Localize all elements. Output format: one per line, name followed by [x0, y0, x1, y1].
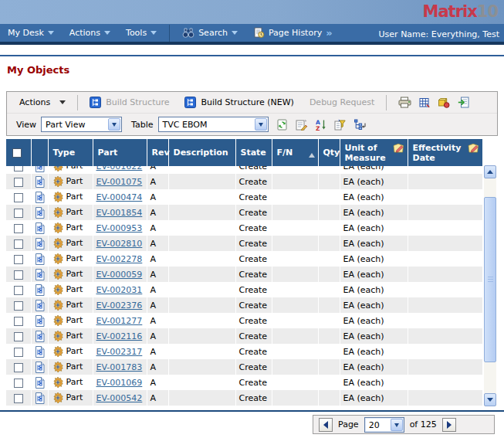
row-select-cell — [6, 205, 31, 220]
part-link[interactable]: EV-002810 — [96, 239, 143, 249]
structure-compare-icon[interactable] — [353, 119, 367, 131]
row-checkbox[interactable] — [14, 332, 23, 341]
header-part[interactable]: Part — [93, 139, 147, 166]
sort-az-icon[interactable]: AZ — [316, 119, 326, 131]
document-details-icon[interactable] — [35, 207, 45, 219]
document-details-icon[interactable] — [35, 284, 45, 296]
sort-ascending-icon[interactable] — [309, 150, 315, 158]
document-details-icon[interactable] — [35, 300, 45, 311]
debug-request-button[interactable]: Debug Request — [302, 97, 382, 107]
next-page-button[interactable] — [442, 418, 456, 432]
row-checkbox[interactable] — [14, 209, 23, 218]
header-state[interactable]: State — [235, 139, 272, 166]
row-checkbox[interactable] — [14, 363, 23, 372]
row-part-cell: EV-001277 — [93, 313, 147, 328]
row-effectivity — [408, 282, 482, 297]
row-checkbox[interactable] — [14, 193, 23, 202]
document-details-icon[interactable] — [35, 166, 45, 172]
part-link[interactable]: EV-000474 — [96, 192, 143, 202]
document-details-icon[interactable] — [35, 315, 45, 327]
filter-funnel-icon[interactable] — [334, 119, 346, 131]
header-qty[interactable]: Qty — [318, 139, 340, 166]
part-link[interactable]: EV-000542 — [96, 393, 143, 403]
row-doc-cell — [31, 313, 48, 328]
header-fn[interactable]: F/N — [272, 139, 318, 166]
scrollbar-thumb[interactable] — [484, 197, 496, 362]
part-link[interactable]: EV-002376 — [96, 300, 143, 311]
row-checkbox[interactable] — [14, 286, 23, 295]
part-link[interactable]: EV-002116 — [96, 331, 143, 341]
document-details-icon[interactable] — [35, 362, 45, 373]
view-select[interactable]: Part View — [41, 117, 122, 132]
part-gear-icon — [52, 376, 64, 389]
part-link[interactable]: EV-000953 — [96, 223, 143, 233]
vertical-scrollbar[interactable] — [484, 165, 496, 406]
document-details-icon[interactable] — [35, 269, 45, 280]
document-details-icon[interactable] — [35, 238, 45, 250]
objects-cube-sphere-icon[interactable] — [438, 97, 450, 108]
row-checkbox[interactable] — [14, 379, 23, 388]
nav-page-history[interactable]: Page History » — [245, 27, 340, 39]
part-link[interactable]: EV-001854 — [96, 208, 143, 218]
page-number-select[interactable]: 20 — [364, 417, 404, 433]
edit-column-icon[interactable] — [468, 143, 479, 153]
document-details-icon[interactable] — [35, 392, 45, 404]
nav-search[interactable]: Search — [174, 28, 245, 38]
table-select[interactable]: TVC EBOM — [158, 117, 269, 132]
row-checkbox[interactable] — [14, 348, 23, 357]
row-checkbox[interactable] — [14, 178, 23, 187]
header-rev[interactable]: Rev — [147, 139, 168, 166]
row-checkbox[interactable] — [14, 255, 23, 264]
nav-my-desk[interactable]: My Desk — [0, 28, 62, 38]
actions-menu-button[interactable]: Actions — [12, 97, 73, 107]
previous-page-button[interactable] — [319, 418, 333, 432]
row-checkbox[interactable] — [14, 301, 23, 311]
build-structure-button[interactable]: Build Structure — [82, 97, 177, 108]
document-details-icon[interactable] — [35, 253, 45, 265]
row-checkbox[interactable] — [14, 394, 23, 403]
build-structure-new-button[interactable]: Build Structure (NEW) — [177, 97, 301, 108]
header-type[interactable]: Type — [48, 139, 93, 166]
header-description[interactable]: Description — [168, 139, 235, 166]
edit-table-icon[interactable] — [296, 119, 308, 131]
scroll-down-button[interactable] — [484, 393, 496, 406]
row-type: Part — [66, 222, 83, 233]
row-checkbox[interactable] — [14, 166, 23, 171]
table-grid-icon[interactable] — [419, 97, 430, 108]
header-effectivity[interactable]: Effectivity Date — [408, 139, 482, 166]
edit-column-icon[interactable] — [393, 143, 404, 153]
row-checkbox[interactable] — [14, 270, 23, 280]
part-link[interactable]: EV-001075 — [96, 177, 143, 187]
document-details-icon[interactable] — [35, 331, 45, 342]
nav-more-chevrons[interactable]: » — [326, 27, 331, 39]
select-all-checkbox[interactable] — [12, 148, 22, 158]
part-link[interactable]: EV-001277 — [96, 316, 143, 326]
nav-actions[interactable]: Actions — [62, 28, 118, 38]
document-details-icon[interactable] — [35, 346, 45, 358]
nav-tools[interactable]: Tools — [118, 28, 164, 38]
document-details-icon[interactable] — [35, 377, 45, 389]
part-link[interactable]: EV-000059 — [96, 270, 143, 280]
document-details-icon[interactable] — [35, 192, 45, 203]
part-gear-icon — [52, 284, 64, 296]
row-part-cell: EV-002031 — [93, 282, 147, 297]
row-checkbox[interactable] — [14, 239, 23, 249]
row-checkbox[interactable] — [14, 224, 23, 233]
document-details-icon[interactable] — [35, 176, 45, 188]
document-details-icon[interactable] — [35, 222, 45, 234]
header-uom[interactable]: Unit of Measure — [340, 139, 408, 166]
part-link[interactable]: EV-001622 — [96, 166, 143, 171]
part-link[interactable]: EV-002317 — [96, 347, 143, 357]
part-link[interactable]: EV-001069 — [96, 378, 143, 388]
row-doc-cell — [31, 174, 48, 189]
row-checkbox[interactable] — [14, 317, 23, 326]
part-link[interactable]: EV-002278 — [96, 254, 143, 264]
export-document-icon[interactable] — [458, 97, 469, 108]
refresh-icon[interactable] — [276, 119, 288, 131]
part-link[interactable]: EV-002031 — [96, 285, 143, 295]
row-state: Create — [235, 174, 272, 189]
scroll-up-button[interactable] — [484, 165, 496, 178]
part-link[interactable]: EV-001783 — [96, 362, 143, 372]
printer-icon[interactable] — [398, 97, 411, 108]
main-nav-bar: My Desk Actions Tools Search Page Histor… — [0, 24, 504, 45]
